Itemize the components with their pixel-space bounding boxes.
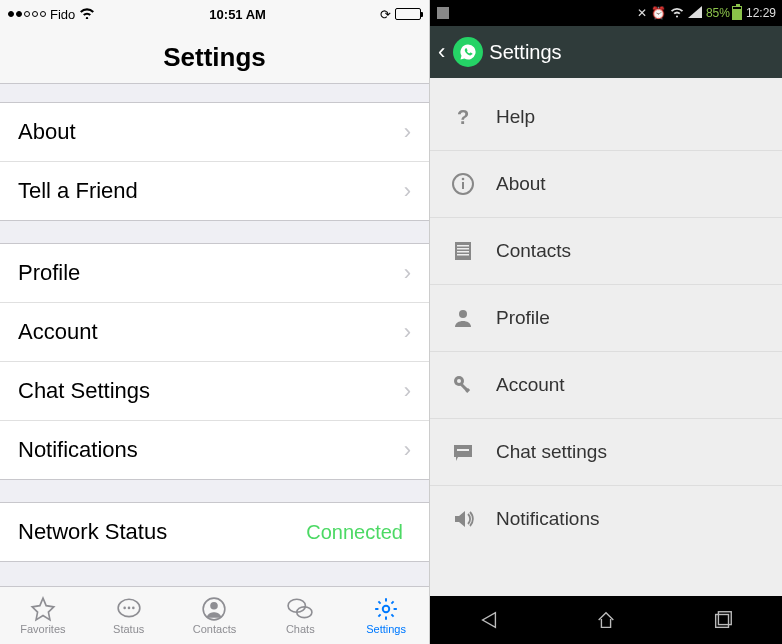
row-label: Profile — [18, 260, 404, 286]
nav-back-button[interactable] — [469, 600, 509, 640]
row-label: Contacts — [496, 240, 571, 262]
row-contacts[interactable]: Contacts — [430, 218, 782, 285]
ios-tab-bar: Favorites Status Contacts Chats Settings — [0, 586, 429, 644]
row-notifications[interactable]: Notifications › — [0, 421, 429, 479]
tab-label: Contacts — [193, 623, 236, 635]
row-notifications[interactable]: Notifications — [430, 486, 782, 552]
ios-settings-list: About › Tell a Friend › Profile › Accoun… — [0, 84, 429, 586]
svg-point-1 — [123, 607, 126, 610]
svg-point-13 — [462, 178, 465, 181]
svg-rect-17 — [457, 251, 469, 253]
gear-icon — [372, 596, 400, 622]
tab-favorites[interactable]: Favorites — [0, 587, 86, 644]
svg-point-19 — [459, 310, 467, 318]
ios-section: About › Tell a Friend › — [0, 102, 429, 221]
battery-indicator: 85% — [706, 6, 742, 20]
row-help[interactable]: ? Help — [430, 84, 782, 151]
chats-icon — [286, 596, 314, 622]
row-network-status[interactable]: Network Status Connected — [0, 503, 429, 561]
row-label: Help — [496, 106, 535, 128]
battery-icon — [732, 6, 742, 20]
row-chat-settings[interactable]: Chat settings — [430, 419, 782, 486]
svg-point-5 — [211, 602, 219, 610]
whatsapp-logo-icon — [453, 37, 483, 67]
nav-recent-button[interactable] — [703, 600, 743, 640]
row-label: About — [496, 173, 546, 195]
contacts-icon — [450, 238, 476, 264]
android-settings-list: ? Help About Contacts Profile Account Ch… — [430, 78, 782, 596]
android-status-bar: ✕ ⏰ 85% 12:29 — [430, 0, 782, 26]
row-about[interactable]: About › — [0, 103, 429, 162]
row-account[interactable]: Account — [430, 352, 782, 419]
contacts-icon — [200, 596, 228, 622]
sound-icon — [450, 506, 476, 532]
row-label: Notifications — [496, 508, 600, 530]
signal-icon — [8, 11, 46, 17]
battery-percent: 85% — [706, 6, 730, 20]
row-chat-settings[interactable]: Chat Settings › — [0, 362, 429, 421]
star-icon — [29, 596, 57, 622]
wifi-icon — [670, 6, 684, 21]
wifi-icon — [79, 6, 95, 22]
row-label: Tell a Friend — [18, 178, 404, 204]
carrier-label: Fido — [50, 7, 75, 22]
row-profile[interactable]: Profile › — [0, 244, 429, 303]
row-label: About — [18, 119, 404, 145]
status-icon — [115, 596, 143, 622]
rotation-lock-icon: ⟳ — [380, 7, 391, 22]
svg-point-8 — [383, 606, 390, 613]
chevron-right-icon: › — [404, 260, 411, 286]
status-left: Fido — [8, 6, 95, 22]
tab-label: Favorites — [20, 623, 65, 635]
alarm-icon: ⏰ — [651, 6, 666, 20]
tab-contacts[interactable]: Contacts — [172, 587, 258, 644]
nav-home-button[interactable] — [586, 600, 626, 640]
chevron-right-icon: › — [404, 437, 411, 463]
row-tell-a-friend[interactable]: Tell a Friend › — [0, 162, 429, 220]
svg-text:?: ? — [457, 106, 469, 128]
vibrate-icon: ✕ — [637, 6, 647, 20]
row-label: Chat Settings — [18, 378, 404, 404]
android-screen: ✕ ⏰ 85% 12:29 ‹ Settings ? Help — [430, 0, 782, 644]
info-icon — [450, 171, 476, 197]
help-icon: ? — [450, 104, 476, 130]
status-right: ⟳ — [380, 7, 421, 22]
row-label: Profile — [496, 307, 550, 329]
status-value: Connected — [306, 521, 403, 544]
row-label: Account — [18, 319, 404, 345]
signal-icon — [688, 6, 702, 21]
status-left — [436, 6, 450, 20]
ios-status-bar: Fido 10:51 AM ⟳ — [0, 0, 429, 28]
android-nav-bar — [430, 596, 782, 644]
status-time: 12:29 — [746, 6, 776, 20]
svg-point-2 — [127, 607, 130, 610]
svg-rect-18 — [457, 254, 469, 256]
profile-icon — [450, 305, 476, 331]
tab-label: Chats — [286, 623, 315, 635]
chevron-right-icon: › — [404, 378, 411, 404]
tab-chats[interactable]: Chats — [257, 587, 343, 644]
svg-rect-9 — [437, 7, 449, 19]
tab-settings[interactable]: Settings — [343, 587, 429, 644]
svg-rect-12 — [462, 182, 464, 189]
ios-section: Network Status Connected — [0, 502, 429, 562]
row-about[interactable]: About — [430, 151, 782, 218]
tab-status[interactable]: Status — [86, 587, 172, 644]
svg-rect-26 — [716, 615, 729, 628]
tab-label: Status — [113, 623, 144, 635]
svg-rect-27 — [719, 612, 732, 625]
ios-section: Profile › Account › Chat Settings › Noti… — [0, 243, 429, 480]
row-label: Notifications — [18, 437, 404, 463]
key-icon — [450, 372, 476, 398]
row-profile[interactable]: Profile — [430, 285, 782, 352]
battery-icon — [395, 8, 421, 20]
row-account[interactable]: Account › — [0, 303, 429, 362]
row-label: Chat settings — [496, 441, 607, 463]
tab-label: Settings — [366, 623, 406, 635]
svg-rect-25 — [457, 449, 469, 451]
status-right: ✕ ⏰ 85% 12:29 — [637, 6, 776, 21]
back-button[interactable]: ‹ — [438, 39, 447, 65]
chevron-right-icon: › — [404, 178, 411, 204]
chevron-right-icon: › — [404, 319, 411, 345]
android-action-bar: ‹ Settings — [430, 26, 782, 78]
